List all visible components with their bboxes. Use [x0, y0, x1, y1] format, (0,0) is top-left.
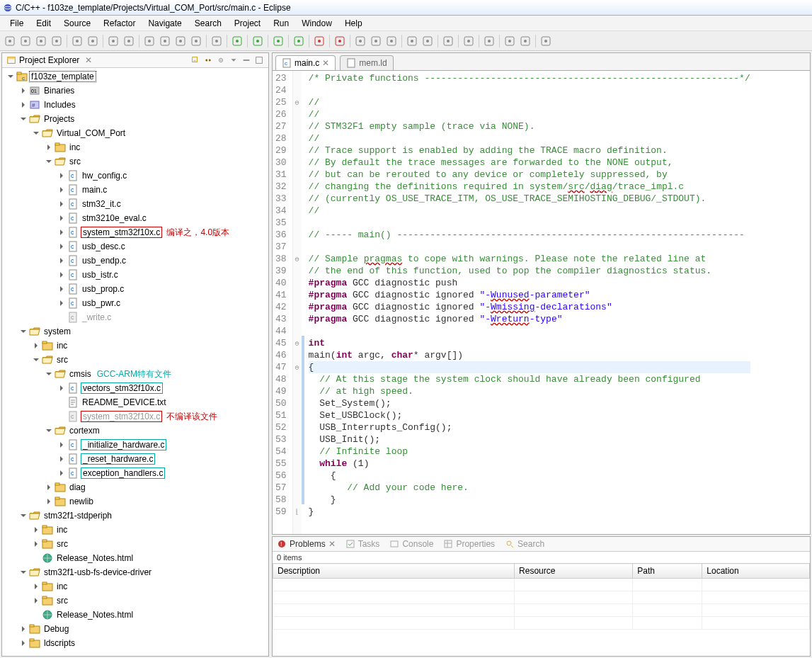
close-icon[interactable]: ✕: [85, 55, 92, 65]
tree-item[interactable]: stm32f1-stdperiph: [2, 509, 268, 523]
tree-item[interactable]: cortexm: [2, 424, 268, 438]
problems-table[interactable]: DescriptionResourcePathLocation: [273, 563, 810, 630]
tab-search[interactable]: Search: [505, 539, 544, 549]
tree-item[interactable]: inc: [2, 339, 268, 353]
folder-open-button[interactable]: [353, 34, 367, 48]
tree-toggle-icon[interactable]: [32, 526, 40, 534]
buildall-button[interactable]: [86, 34, 100, 48]
tree-toggle-icon[interactable]: [19, 639, 28, 647]
tree-toggle-icon[interactable]: [45, 497, 53, 506]
menu-search[interactable]: Search: [189, 17, 227, 30]
debug-config-button[interactable]: [230, 34, 244, 48]
tree-item[interactable]: src: [2, 537, 268, 551]
tab-main-c[interactable]: c main.c ✕: [275, 55, 336, 70]
view-menu-icon[interactable]: [229, 55, 239, 65]
menu-source[interactable]: Source: [58, 17, 96, 30]
menu-file[interactable]: File: [4, 17, 29, 30]
tree-toggle-icon[interactable]: [32, 341, 40, 350]
run-button[interactable]: [271, 34, 285, 48]
new-file-button[interactable]: [173, 34, 188, 48]
code-content[interactable]: /* Private functions -------------------…: [306, 71, 753, 534]
tab-problems[interactable]: ! Problems ✕: [277, 539, 336, 549]
tab-properties[interactable]: Properties: [443, 539, 495, 549]
tasks-button[interactable]: [384, 34, 399, 48]
tree-item[interactable]: cvectors_stm32f10x.c: [2, 381, 268, 395]
column-header[interactable]: Location: [702, 564, 810, 579]
minimize-icon[interactable]: [241, 55, 251, 65]
tree-toggle-icon[interactable]: [57, 200, 66, 208]
tree-toggle-icon[interactable]: [57, 441, 66, 449]
project-tree[interactable]: cf103ze_template01Binaries#IncludesProje…: [2, 68, 268, 656]
tree-toggle-icon[interactable]: [6, 72, 15, 81]
tree-item[interactable]: cexception_handlers.c: [2, 466, 268, 480]
tab-mem-ld[interactable]: mem.ld: [340, 55, 393, 70]
tree-item[interactable]: csystem_stm32f10x.c编译之，4.0版本: [2, 225, 268, 239]
tree-item[interactable]: cusb_prop.c: [2, 282, 268, 296]
menu-navigate[interactable]: Navigate: [142, 17, 187, 30]
more-button[interactable]: [539, 34, 553, 48]
tab-tasks[interactable]: Tasks: [345, 539, 380, 549]
tree-toggle-icon[interactable]: [32, 356, 40, 364]
tree-toggle-icon[interactable]: [19, 568, 28, 577]
close-tab-icon[interactable]: ✕: [322, 58, 329, 68]
tree-item[interactable]: 01Binaries: [2, 84, 268, 98]
column-header[interactable]: Resource: [515, 564, 633, 579]
link-editor-icon[interactable]: [203, 55, 213, 65]
collapse-all-icon[interactable]: [190, 55, 200, 65]
menu-refactor[interactable]: Refactor: [98, 17, 141, 30]
search-button[interactable]: [369, 34, 383, 48]
tree-toggle-icon[interactable]: [19, 115, 28, 123]
tree-toggle-icon[interactable]: [45, 157, 53, 166]
tree-item[interactable]: system: [2, 324, 268, 339]
tree-toggle-icon[interactable]: [57, 214, 66, 222]
tree-toggle-icon[interactable]: [57, 299, 66, 307]
hammer-button[interactable]: [106, 34, 120, 48]
coverage-button[interactable]: [312, 34, 326, 48]
profile-button[interactable]: [333, 34, 347, 48]
tree-toggle-icon[interactable]: [57, 469, 66, 477]
tree-item[interactable]: Debug: [2, 622, 268, 636]
tree-item[interactable]: cf103ze_template: [2, 69, 268, 84]
tree-item[interactable]: newlib: [2, 494, 268, 509]
project-explorer-tab[interactable]: Project Explorer ✕: [2, 53, 268, 68]
tree-toggle-icon[interactable]: [32, 129, 40, 137]
tree-item[interactable]: Projects: [2, 112, 268, 126]
tree-item[interactable]: Virtual_COM_Port: [2, 126, 268, 140]
menu-edit[interactable]: Edit: [30, 17, 57, 30]
column-header[interactable]: Path: [633, 564, 702, 579]
tree-item[interactable]: inc: [2, 523, 268, 537]
tree-toggle-icon[interactable]: [19, 327, 28, 336]
print-button[interactable]: [50, 34, 64, 48]
tree-toggle-icon[interactable]: [32, 540, 40, 548]
tree-toggle-icon[interactable]: [57, 256, 66, 265]
tree-toggle-icon[interactable]: [19, 101, 28, 109]
tree-item[interactable]: cstm32_it.c: [2, 197, 268, 211]
editor-nav-button[interactable]: [421, 34, 435, 48]
menu-project[interactable]: Project: [229, 17, 266, 30]
tree-toggle-icon[interactable]: [32, 582, 40, 591]
tab-console[interactable]: Console: [389, 539, 433, 549]
focus-icon[interactable]: [216, 55, 226, 65]
fold-column[interactable]: ⊖⊖⊖⊖⌊: [293, 71, 302, 534]
run-last-button[interactable]: [292, 34, 306, 48]
tree-item[interactable]: Release_Notes.html: [2, 551, 268, 565]
tree-item[interactable]: cusb_pwr.c: [2, 296, 268, 310]
tree-item[interactable]: inc: [2, 140, 268, 154]
tree-toggle-icon[interactable]: [57, 271, 66, 279]
tree-toggle-icon[interactable]: [57, 171, 66, 180]
tree-toggle-icon[interactable]: [57, 384, 66, 392]
tree-toggle-icon[interactable]: [45, 143, 53, 152]
tree-toggle-icon[interactable]: [57, 285, 66, 293]
nav-fwd-button[interactable]: [518, 34, 532, 48]
tree-item[interactable]: cusb_desc.c: [2, 239, 268, 254]
external-button[interactable]: [210, 34, 224, 48]
new-folder-button[interactable]: [158, 34, 172, 48]
tree-toggle-icon[interactable]: [19, 86, 28, 95]
tree-toggle-icon[interactable]: [57, 228, 66, 237]
annotation-button[interactable]: [462, 34, 476, 48]
menu-help[interactable]: Help: [339, 17, 368, 30]
new-wiz-button[interactable]: [142, 34, 156, 48]
tree-toggle-icon[interactable]: [45, 370, 53, 378]
nav-back-button[interactable]: [503, 34, 517, 48]
tree-item[interactable]: Release_Notes.html: [2, 608, 268, 622]
